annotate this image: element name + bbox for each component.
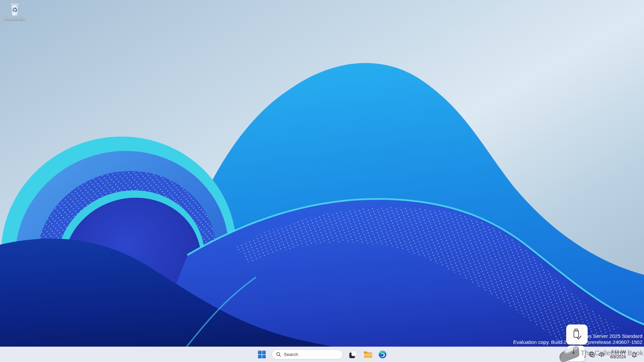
svg-text:♻: ♻ bbox=[12, 6, 17, 13]
down-arrow-icon: ↓ bbox=[571, 346, 576, 356]
safely-remove-hardware-card[interactable] bbox=[566, 324, 588, 345]
recycle-bin-label: Recycle Bin bbox=[2, 17, 28, 21]
task-view-icon bbox=[349, 350, 357, 359]
file-explorer-button[interactable] bbox=[361, 348, 374, 361]
search-icon bbox=[276, 352, 281, 357]
taskbar: 9:14 AM 6/8/2024 z bbox=[0, 347, 644, 362]
brand-watermark-text: The Collection Book bbox=[581, 349, 643, 357]
taskbar-center-group bbox=[0, 347, 644, 362]
desktop-screen: ♻ Recycle Bin Windows Server 2025 Standa… bbox=[0, 0, 644, 362]
wallpaper-bloom bbox=[0, 0, 644, 362]
windows-logo-icon bbox=[258, 351, 266, 358]
edge-icon bbox=[378, 350, 387, 359]
edge-browser-button[interactable] bbox=[376, 348, 389, 361]
usb-drive-check-icon bbox=[572, 328, 582, 341]
recycle-bin-glyph: ♻ bbox=[8, 2, 21, 16]
start-button[interactable] bbox=[255, 348, 268, 361]
taskbar-search[interactable] bbox=[272, 350, 343, 359]
file-explorer-icon bbox=[363, 351, 372, 359]
book-logo-icon bbox=[555, 343, 582, 362]
task-view-button[interactable] bbox=[346, 348, 360, 361]
search-input[interactable] bbox=[284, 352, 334, 357]
recycle-bin-icon[interactable]: ♻ Recycle Bin bbox=[2, 2, 28, 21]
